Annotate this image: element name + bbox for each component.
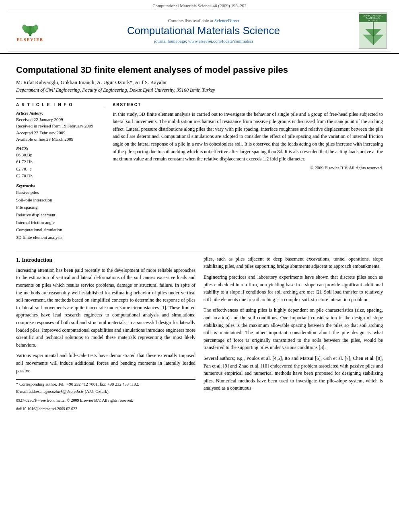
elsevier-logo: ELSEVIER xyxy=(12,20,48,42)
body-para-6: Several authors; e.g., Poulos et al. [4,… xyxy=(204,355,383,392)
keyword-6: Computational simulation xyxy=(16,226,105,234)
keyword-3: Pile spacing xyxy=(16,203,105,211)
email-address[interactable]: ugur.ozturk@deu.edu.tr xyxy=(43,389,84,394)
body-para-2: Various experimental and full-scale test… xyxy=(16,352,195,374)
email-line: E-mail address: ugur.ozturk@deu.edu.tr (… xyxy=(16,388,195,395)
article-info-abstract-section: A R T I C L E I N F O Article history: R… xyxy=(16,103,383,244)
article-authors: M. Rifat Kahyaoglu, Gökhan Imancli, A. U… xyxy=(16,79,383,86)
svg-point-4 xyxy=(22,25,27,30)
divider-2 xyxy=(16,251,383,251)
svg-point-5 xyxy=(34,25,38,30)
journal-title-banner: Computational Materials Science xyxy=(56,25,351,37)
journal-center-banner: Contents lists available at ScienceDirec… xyxy=(48,18,359,43)
accepted-date: Accepted 22 February 2009 xyxy=(16,129,105,136)
article-title: Computational 3D finite element analyses… xyxy=(16,64,383,76)
pacs-3: 02.70.−c xyxy=(16,166,105,173)
body-para-3: piles, such as piles adjacent to deep ba… xyxy=(204,255,383,270)
journal-homepage-line: journal homepage: www.elsevier.com/locat… xyxy=(56,39,351,43)
keyword-7: 3D finite element analysis xyxy=(16,234,105,241)
keyword-5: Internal friction angle xyxy=(16,219,105,226)
email-label: E-mail address: xyxy=(16,389,43,394)
body-para-1: Increasing attention has been paid recen… xyxy=(16,267,195,349)
pacs-1: 06.30.Bp xyxy=(16,152,105,159)
article-history: Article history: Received 22 January 200… xyxy=(16,111,105,143)
abstract-column: ABSTRACT In this study, 3D finite elemen… xyxy=(113,103,383,244)
corresponding-note: * Corresponding author. Tel.: +90 232 41… xyxy=(16,381,195,388)
keyword-2: Soil–pile interaction xyxy=(16,196,105,204)
article-info-column: A R T I C L E I N F O Article history: R… xyxy=(16,103,105,244)
pacs-4: 02.70.Dh xyxy=(16,173,105,180)
received-date: Received 22 January 2009 xyxy=(16,116,105,123)
article-info-label: A R T I C L E I N F O xyxy=(16,103,105,108)
journal-header: Computational Materials Science 46 (2009… xyxy=(0,0,399,54)
body-section: 1. Introduction Increasing attention has… xyxy=(16,255,383,412)
revised-date: Received in revised form 19 February 200… xyxy=(16,123,105,129)
article-affiliation: Department of Civil Engineering, Faculty… xyxy=(16,87,383,93)
article-content: Computational 3D finite element analyses… xyxy=(0,54,399,416)
pacs-2: 61.72.Hh xyxy=(16,158,105,166)
body-para-4: Engineering practices and laboratory exp… xyxy=(204,273,383,303)
history-label: Article history: xyxy=(16,111,105,115)
journal-cover-image: COMPUTATIONALMATERIALSSCIENCE xyxy=(359,12,387,49)
sciencedirect-link[interactable]: ScienceDirect xyxy=(214,18,239,23)
journal-meta-line: Computational Materials Science 46 (2009… xyxy=(8,3,391,8)
keyword-1: Passive piles xyxy=(16,189,105,196)
body-col-right: piles, such as piles adjacent to deep ba… xyxy=(204,255,383,412)
section-1-heading: 1. Introduction xyxy=(16,257,195,263)
article-pacs: PACS: 06.30.Bp 61.72.Hh 02.70.−c 02.70.D… xyxy=(16,146,105,180)
article-keywords: Keywords: Passive piles Soil–pile intera… xyxy=(16,183,105,241)
doi-line: doi:10.1016/j.commatsci.2009.02.022 xyxy=(16,406,195,412)
journal-banner: ELSEVIER Contents lists available at Sci… xyxy=(8,10,391,51)
footnote-area: * Corresponding author. Tel.: +90 232 41… xyxy=(16,379,195,412)
available-date: Available online 28 March 2009 xyxy=(16,136,105,143)
elsevier-tree-icon xyxy=(18,22,42,37)
abstract-copyright: © 2009 Elsevier B.V. All rights reserved… xyxy=(113,165,383,170)
email-suffix: (A.U. Ozturk). xyxy=(85,389,110,394)
keyword-4: Relative displacement xyxy=(16,211,105,219)
abstract-label: ABSTRACT xyxy=(113,103,383,108)
abstract-text: In this study, 3D finite element analysi… xyxy=(113,111,383,163)
divider-1 xyxy=(16,98,383,99)
cover-label: COMPUTATIONALMATERIALSSCIENCE xyxy=(359,14,387,22)
body-para-5: The effectiveness of using piles is high… xyxy=(204,306,383,351)
pacs-label: PACS: xyxy=(16,146,105,151)
elsevier-label: ELSEVIER xyxy=(17,37,44,42)
contents-line: Contents lists available at ScienceDirec… xyxy=(56,18,351,23)
body-col-left: 1. Introduction Increasing attention has… xyxy=(16,255,195,412)
issn-line: 0927-0256/$ – see front matter © 2009 El… xyxy=(16,397,195,403)
keywords-label: Keywords: xyxy=(16,183,105,188)
